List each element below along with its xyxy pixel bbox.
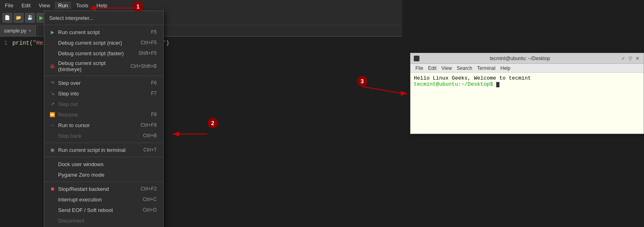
- terminal-titlebar: tecmint@ubuntu: ~/Desktop ✓ ▽ ✕: [411, 53, 644, 64]
- step-out-label: Step out: [58, 101, 78, 107]
- terminal-menu-help[interactable]: Help: [499, 65, 512, 71]
- run-to-cursor-shortcut: Ctrl+F8: [140, 122, 157, 128]
- resume-icon: ⏩: [49, 112, 56, 117]
- terminal-window: tecmint@ubuntu: ~/Desktop ✓ ▽ ✕ File Edi…: [410, 53, 644, 134]
- terminal-close-btn[interactable]: ✕: [635, 56, 640, 61]
- menu-section-terminal: ▣ Run current script in terminal Ctrl+T: [44, 143, 163, 157]
- menu-item-run-in-terminal[interactable]: ▣ Run current script in terminal Ctrl+T: [44, 145, 163, 155]
- stop-icon: ⏹: [49, 186, 56, 191]
- terminal-prompt-line: tecmint@ubuntu:~/Desktop$: [414, 81, 640, 87]
- step-out-icon: ↗: [49, 102, 56, 107]
- interrupt-shortcut: Ctrl+C: [143, 197, 157, 202]
- step-back-label: Step back: [58, 133, 82, 139]
- menu-item-step-back: Step back Ctrl+B: [44, 130, 163, 141]
- run-cursor-icon: →: [49, 123, 56, 128]
- disconnect-label: Disconnect: [58, 218, 84, 224]
- menu-help[interactable]: Help: [93, 2, 111, 9]
- step-back-shortcut: Ctrl+B: [143, 133, 157, 138]
- terminal-menu-view[interactable]: View: [440, 65, 454, 71]
- dock-windows-label: Dock user windows: [58, 161, 104, 167]
- step-over-shortcut: F6: [151, 80, 157, 86]
- run-dropdown-menu: Select interpreter... ▶ Run current scri…: [44, 11, 164, 227]
- pygame-zero-label: Pygame Zero mode: [58, 172, 104, 178]
- menu-item-dock-windows[interactable]: Dock user windows: [44, 159, 163, 169]
- menu-tools[interactable]: Tools: [73, 2, 91, 9]
- menu-item-debug-birdseye[interactable]: 🐞 Debug current script (birdseye) Ctrl+S…: [44, 58, 163, 74]
- menu-file[interactable]: File: [2, 2, 17, 9]
- send-eof-shortcut: Ctrl+D: [143, 207, 157, 213]
- menu-item-stop-restart[interactable]: ⏹ Stop/Restart backend Ctrl+F2: [44, 184, 163, 194]
- terminal-output-line: Hello Linux Geeks, Welcome to tecmint: [414, 75, 640, 81]
- terminal-title: tecmint@ubuntu: ~/Desktop: [419, 56, 620, 61]
- menu-bar: File Edit View Run Tools Help: [0, 0, 402, 11]
- line-numbers: 1: [4, 40, 7, 46]
- tab-label: sample.py: [4, 28, 26, 34]
- debug-faster-label: Debug current script (faster): [58, 50, 124, 56]
- run-in-terminal-shortcut: Ctrl+T: [143, 147, 157, 153]
- terminal-cursor: [496, 82, 499, 87]
- menu-item-pygame-zero[interactable]: Pygame Zero mode: [44, 169, 163, 180]
- resume-label: Resume: [58, 112, 78, 118]
- menu-edit[interactable]: Edit: [18, 2, 34, 9]
- menu-item-step-out: ↗ Step out: [44, 99, 163, 109]
- step-into-shortcut: F7: [151, 91, 157, 96]
- debug-birdseye-shortcut: Ctrl+Shift+B: [130, 63, 157, 69]
- terminal-checkmark[interactable]: ✓: [620, 56, 626, 61]
- terminal-icon: ▣: [49, 147, 56, 153]
- step-over-label: Step over: [58, 80, 81, 86]
- debug-nicer-shortcut: Ctrl+F5: [140, 40, 157, 45]
- debug-birdseye-label: Debug current script (birdseye): [58, 60, 130, 72]
- stop-restart-label: Stop/Restart backend: [58, 186, 109, 192]
- terminal-menu-terminal[interactable]: Terminal: [475, 65, 497, 71]
- step-into-label: Step into: [58, 91, 79, 97]
- menu-item-send-eof[interactable]: Send EOF / Soft reboot Ctrl+D: [44, 205, 163, 215]
- menu-section-steps: ↷ Step over F6 ↘ Step into F7 ↗ Step out: [44, 76, 163, 143]
- menu-item-step-into[interactable]: ↘ Step into F7: [44, 88, 163, 99]
- resume-shortcut: F8: [151, 112, 157, 117]
- toolbar-save[interactable]: 💾: [25, 13, 35, 23]
- interrupt-label: Interrupt execution: [58, 197, 102, 203]
- terminal-menu-bar: File Edit View Search Terminal Help: [411, 64, 644, 73]
- debug-nicer-label: Debug current script (nicer): [58, 40, 122, 46]
- send-eof-label: Send EOF / Soft reboot: [58, 207, 113, 213]
- interpreter-label: Select interpreter...: [49, 15, 93, 21]
- menu-section-interpreter: Select interpreter...: [44, 11, 163, 25]
- terminal-menu-search[interactable]: Search: [455, 65, 474, 71]
- menu-section-dock: Dock user windows Pygame Zero mode: [44, 157, 163, 182]
- debug-birdseye-icon: 🐞: [49, 64, 56, 69]
- terminal-menu-edit[interactable]: Edit: [426, 65, 438, 71]
- terminal-body: Hello Linux Geeks, Welcome to tecmint te…: [411, 73, 644, 90]
- menu-section-stop: ⏹ Stop/Restart backend Ctrl+F2 Interrupt…: [44, 182, 163, 227]
- menu-item-run-current-script[interactable]: ▶ Run current script F5: [44, 27, 163, 37]
- menu-item-interrupt[interactable]: Interrupt execution Ctrl+C: [44, 194, 163, 205]
- ide-area: File Edit View Run Tools Help 📄 📂 💾 ▶ sa…: [0, 0, 402, 227]
- debug-faster-shortcut: Shift+F5: [138, 50, 157, 56]
- terminal-minimize[interactable]: ▽: [628, 56, 633, 61]
- terminal-title-buttons: ✓ ▽ ✕: [620, 56, 640, 61]
- menu-view[interactable]: View: [35, 2, 53, 9]
- toolbar-open[interactable]: 📂: [14, 13, 24, 23]
- menu-item-disconnect: Disconnect: [44, 215, 163, 226]
- menu-item-resume: ⏩ Resume F8: [44, 109, 163, 120]
- toolbar-new[interactable]: 📄: [2, 13, 12, 23]
- menu-item-select-interpreter[interactable]: Select interpreter...: [44, 13, 163, 23]
- tab-sample-py[interactable]: sample.py ×: [0, 25, 36, 36]
- step-over-icon: ↷: [49, 80, 56, 86]
- run-current-shortcut: F5: [151, 29, 157, 35]
- step-into-icon: ↘: [49, 91, 56, 96]
- terminal-prompt-text: tecmint@ubuntu:~/Desktop$: [414, 81, 493, 87]
- menu-item-step-over[interactable]: ↷ Step over F6: [44, 78, 163, 88]
- terminal-menu-file[interactable]: File: [414, 65, 425, 71]
- code-print: print: [12, 40, 29, 46]
- run-current-label: Run current script: [58, 29, 100, 35]
- menu-item-debug-faster[interactable]: Debug current script (faster) Shift+F5: [44, 48, 163, 58]
- terminal-icon-logo: [414, 56, 419, 61]
- tab-close[interactable]: ×: [29, 28, 31, 33]
- menu-section-run-debug: ▶ Run current script F5 Debug current sc…: [44, 25, 163, 76]
- stop-restart-shortcut: Ctrl+F2: [140, 186, 157, 192]
- run-to-cursor-label: Run to cursor: [58, 122, 90, 128]
- run-icon: ▶: [49, 30, 56, 35]
- menu-run[interactable]: Run: [55, 2, 71, 9]
- menu-item-debug-nicer[interactable]: Debug current script (nicer) Ctrl+F5: [44, 37, 163, 48]
- menu-item-run-to-cursor[interactable]: → Run to cursor Ctrl+F8: [44, 120, 163, 130]
